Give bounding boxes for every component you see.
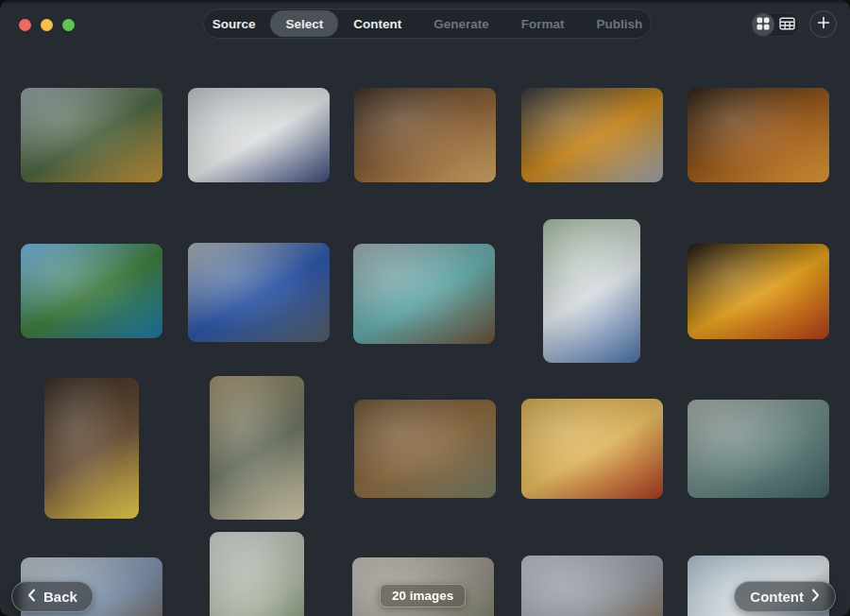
image-count-label: 20 images <box>392 589 453 603</box>
photo-green-island-sea[interactable] <box>21 244 162 338</box>
tab-source[interactable]: Source <box>197 10 271 37</box>
chevron-left-icon <box>27 589 36 605</box>
photo-grid <box>0 0 850 616</box>
photo-dessert-bowl[interactable] <box>210 376 304 520</box>
photo-night-market-stalls[interactable] <box>688 244 829 339</box>
photo-lakeside-cycling[interactable] <box>353 244 495 344</box>
photo-memorial-hall-wave[interactable] <box>188 88 330 182</box>
chevron-right-icon <box>811 589 820 605</box>
add-button[interactable] <box>809 10 837 38</box>
tab-select[interactable]: Select <box>270 10 338 37</box>
tab-publish[interactable]: Publish <box>582 10 658 37</box>
photo-night-market-couple[interactable] <box>688 88 829 182</box>
step-tabs: SourceSelectContentGenerateFormatPublish <box>203 9 652 39</box>
photo-mango-smoothie[interactable] <box>44 378 139 519</box>
titlebar: SourceSelectContentGenerateFormatPublish <box>0 0 850 49</box>
back-button[interactable]: Back <box>11 581 94 612</box>
back-button-label: Back <box>43 589 77 605</box>
grid-icon <box>756 17 770 33</box>
table-view-button[interactable] <box>775 13 798 36</box>
photo-mrt-station[interactable] <box>521 88 663 182</box>
traffic-light-close[interactable] <box>19 19 31 31</box>
plus-icon <box>817 16 830 32</box>
tab-format[interactable]: Format <box>506 10 580 37</box>
photo-scooter-rider[interactable] <box>543 219 640 363</box>
photo-museum-visit[interactable] <box>210 532 304 616</box>
traffic-lights <box>19 19 75 31</box>
tab-generate[interactable]: Generate <box>418 10 504 37</box>
image-count-badge: 20 images <box>380 584 466 607</box>
photo-dumpling-steamer[interactable] <box>354 88 496 182</box>
app-window: SourceSelectContentGenerateFormatPublish <box>0 0 850 616</box>
photo-bakery-display[interactable] <box>521 399 663 499</box>
grid-view-button[interactable] <box>752 13 774 36</box>
photo-hot-spring-footbath[interactable] <box>688 400 829 498</box>
photo-bookstore-friends[interactable] <box>354 400 496 498</box>
view-toggle <box>750 12 800 37</box>
photo-taipei101-selfie[interactable] <box>521 556 663 616</box>
tab-content[interactable]: Content <box>338 10 416 37</box>
photo-ferry-pier-sign[interactable] <box>188 243 330 342</box>
traffic-light-minimize[interactable] <box>41 19 53 31</box>
content-button[interactable]: Content <box>734 581 836 612</box>
photo-hiking-couple-taipei101[interactable] <box>21 88 162 182</box>
traffic-light-zoom[interactable] <box>62 19 75 31</box>
table-icon <box>779 17 795 33</box>
content-button-label: Content <box>750 589 804 605</box>
